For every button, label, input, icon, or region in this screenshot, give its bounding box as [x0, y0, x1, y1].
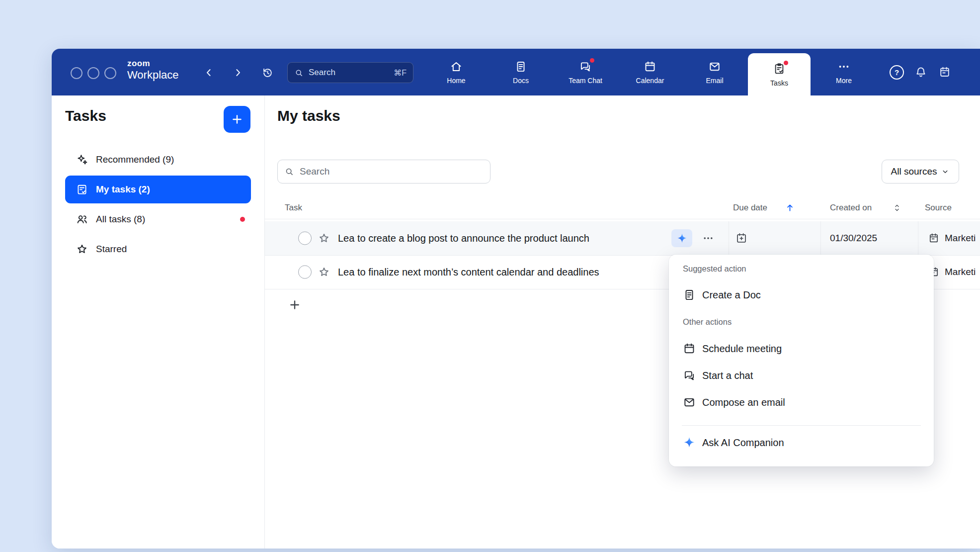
- docs-icon: [514, 60, 527, 73]
- add-due-date-icon[interactable]: [735, 232, 748, 245]
- email-icon: [683, 396, 696, 409]
- add-task-row-button[interactable]: [287, 297, 303, 313]
- calendar-icon: [644, 60, 656, 73]
- star-icon[interactable]: [318, 232, 330, 245]
- history-icon: [261, 67, 274, 79]
- task-actions-menu: Suggested action Create a Doc Other acti…: [669, 255, 934, 466]
- email-icon: [708, 60, 721, 73]
- menu-item-create-doc[interactable]: Create a Doc: [669, 281, 934, 308]
- top-bar: zoom Workplace Search ⌘F Home Docs Team …: [52, 49, 980, 95]
- sources-filter-label: All sources: [891, 166, 937, 177]
- nav-tasks[interactable]: Tasks: [748, 53, 811, 95]
- sidebar-item-starred[interactable]: Starred: [65, 235, 251, 263]
- menu-item-label: Ask AI Companion: [702, 437, 784, 449]
- task-title[interactable]: Lea to finalize next month’s content cal…: [338, 267, 599, 278]
- menu-item-schedule-meeting[interactable]: Schedule meeting: [669, 335, 934, 362]
- search-icon: [294, 68, 304, 78]
- sort-ascending-icon[interactable]: [785, 203, 795, 213]
- sidebar-title: Tasks: [65, 107, 106, 124]
- more-horizontal-icon: [702, 232, 714, 244]
- task-title[interactable]: Lea to create a blog post to announce th…: [338, 233, 589, 244]
- source-value[interactable]: Marketi: [945, 267, 976, 277]
- sort-toggle-icon[interactable]: [892, 203, 902, 213]
- all-tasks-badge: [240, 217, 245, 222]
- logo-zoom-text: zoom: [127, 59, 179, 69]
- column-divider: [729, 221, 729, 255]
- nav-email[interactable]: Email: [682, 49, 747, 95]
- source-value[interactable]: Marketi: [945, 233, 976, 244]
- menu-item-label: Create a Doc: [702, 289, 761, 301]
- help-icon: ?: [895, 68, 899, 77]
- nav-more-label: More: [836, 77, 852, 85]
- nav-team-chat[interactable]: Team Chat: [553, 49, 618, 95]
- my-tasks-icon: [76, 183, 88, 196]
- bell-icon: [914, 66, 927, 79]
- window-control-close-icon[interactable]: [71, 67, 82, 79]
- column-created-on[interactable]: Created on: [830, 203, 872, 213]
- nav-home[interactable]: Home: [424, 49, 489, 95]
- sidebar-item-all-tasks[interactable]: All tasks (8): [65, 205, 251, 233]
- column-divider: [820, 221, 821, 255]
- suggested-action-label: Suggested action: [683, 262, 934, 276]
- notifications-button[interactable]: [914, 65, 928, 79]
- sparkles-icon: [76, 153, 88, 166]
- row-more-actions-button[interactable]: [699, 229, 717, 247]
- menu-item-ask-ai-companion[interactable]: Ask AI Companion: [669, 430, 934, 456]
- sidebar-item-label: Recommended (9): [96, 154, 174, 165]
- task-search: [277, 160, 490, 184]
- zoom-workplace-logo: zoom Workplace: [127, 59, 179, 81]
- menu-divider: [682, 425, 921, 426]
- column-source: Source: [925, 203, 952, 213]
- ai-companion-icon: [676, 233, 688, 244]
- menu-item-label: Schedule meeting: [702, 343, 782, 355]
- sidebar-item-recommended[interactable]: Recommended (9): [65, 146, 251, 174]
- tasks-sidebar: Tasks Recommended (9) My tasks (2) All t…: [52, 95, 265, 549]
- menu-item-label: Compose an email: [702, 397, 785, 408]
- sidebar-item-my-tasks[interactable]: My tasks (2): [65, 176, 251, 203]
- add-task-button[interactable]: [224, 106, 250, 133]
- nav-forward-button[interactable]: [231, 66, 245, 80]
- star-icon[interactable]: [318, 266, 330, 278]
- global-search-placeholder: Search: [309, 68, 389, 78]
- sources-filter-dropdown[interactable]: All sources: [882, 160, 959, 184]
- task-table-header: Task Due date Created on Source: [265, 197, 980, 219]
- nav-calendar-label: Calendar: [636, 77, 664, 85]
- star-icon: [76, 243, 88, 256]
- task-row[interactable]: Lea to create a blog post to announce th…: [265, 221, 980, 256]
- tasks-badge: [784, 61, 788, 65]
- chevron-right-icon: [232, 67, 244, 79]
- page-title: My tasks: [277, 107, 340, 124]
- menu-item-start-chat[interactable]: Start a chat: [669, 362, 934, 389]
- calendar-date-button[interactable]: [938, 65, 952, 79]
- nav-back-button[interactable]: [202, 66, 216, 80]
- nav-more[interactable]: More: [812, 49, 876, 95]
- nav-calendar[interactable]: Calendar: [618, 49, 682, 95]
- other-actions-label: Other actions: [683, 315, 934, 328]
- menu-item-label: Start a chat: [702, 370, 753, 381]
- nav-home-label: Home: [447, 77, 465, 85]
- ai-companion-button[interactable]: [671, 229, 692, 247]
- task-complete-radio[interactable]: [298, 266, 312, 279]
- logo-workplace-text: Workplace: [127, 69, 179, 81]
- nav-docs[interactable]: Docs: [489, 49, 553, 95]
- nav-tasks-label: Tasks: [770, 79, 788, 87]
- column-divider: [918, 221, 918, 255]
- column-due-date[interactable]: Due date: [733, 203, 767, 213]
- nav-docs-label: Docs: [513, 77, 529, 85]
- sidebar-item-label: My tasks (2): [96, 184, 150, 195]
- global-search[interactable]: Search ⌘F: [287, 62, 413, 83]
- task-search-input[interactable]: [299, 166, 484, 178]
- menu-item-compose-email[interactable]: Compose an email: [669, 389, 934, 416]
- sidebar-item-label: Starred: [96, 244, 127, 255]
- more-icon: [837, 60, 850, 73]
- plus-icon: [288, 298, 301, 311]
- sidebar-list: Recommended (9) My tasks (2) All tasks (…: [65, 146, 251, 263]
- window-control-minimize-icon[interactable]: [87, 67, 99, 79]
- window-control-zoom-icon[interactable]: [104, 67, 116, 79]
- history-button[interactable]: [260, 66, 274, 80]
- task-complete-radio[interactable]: [298, 232, 312, 245]
- search-icon: [284, 167, 294, 177]
- help-button[interactable]: ?: [890, 65, 904, 80]
- doc-icon: [683, 288, 696, 301]
- calendar-date-icon: [938, 66, 951, 79]
